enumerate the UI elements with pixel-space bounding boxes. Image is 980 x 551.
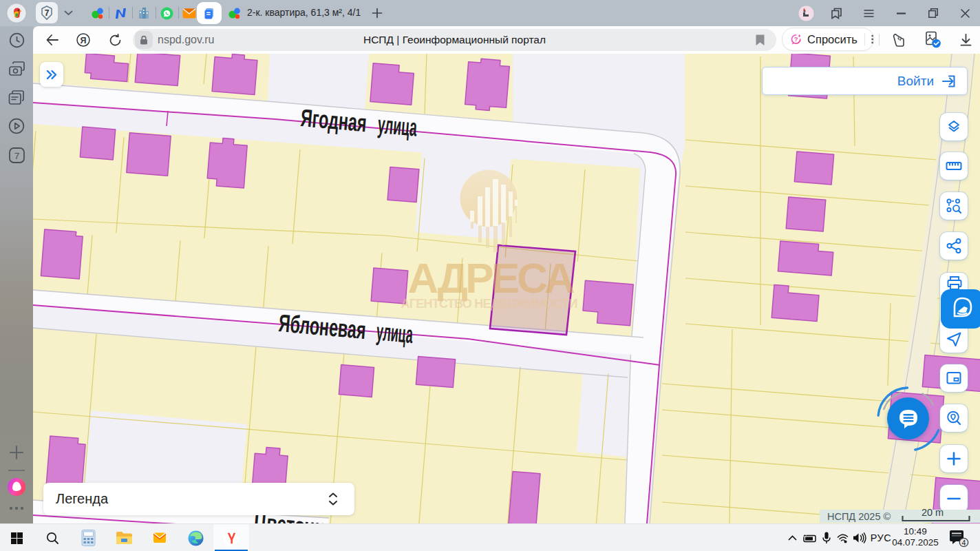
svg-text:?: ? (794, 36, 798, 43)
svg-text:улица: улица (376, 110, 418, 142)
svg-text:улица: улица (375, 318, 414, 349)
svg-text:АГЕНТСТВО НЕДВИЖИМОСТИ: АГЕНТСТВО НЕДВИЖИМОСТИ (401, 297, 578, 311)
svg-text:Ягодная: Ягодная (299, 103, 368, 137)
svg-text:АДРЕСА: АДРЕСА (408, 254, 575, 302)
svg-text:Я: Я (81, 36, 87, 45)
svg-text:7: 7 (14, 150, 19, 160)
svg-text:4: 4 (962, 539, 966, 547)
svg-text:7: 7 (45, 8, 50, 18)
